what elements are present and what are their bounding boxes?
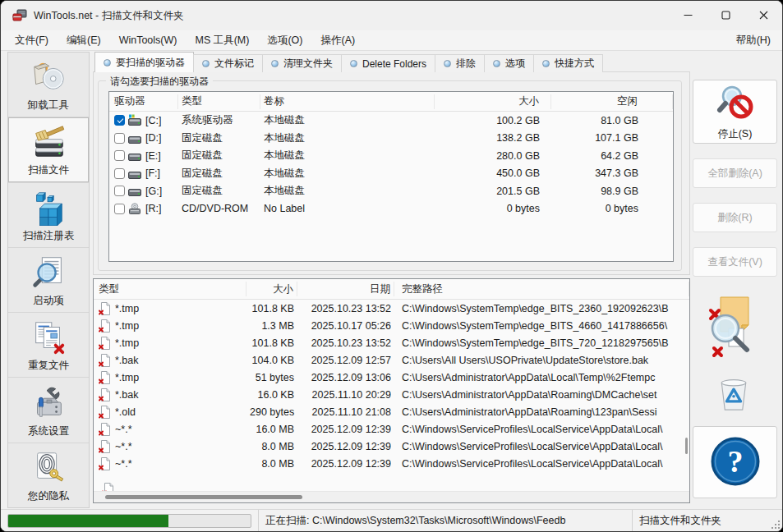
- column-header-filetype[interactable]: 类型: [94, 282, 246, 296]
- drive-row[interactable]: [G:] 固定磁盘 本地磁盘 201.5 GB 98.9 GB: [109, 182, 673, 200]
- column-header-type[interactable]: 类型: [178, 94, 260, 109]
- drive-row[interactable]: [F:] 固定磁盘 本地磁盘 450.0 GB 347.3 GB: [109, 165, 673, 183]
- menu-item[interactable]: MS 工具(M): [186, 31, 258, 50]
- drive-checkbox[interactable]: [114, 168, 125, 179]
- column-header-date[interactable]: 日期: [297, 282, 394, 296]
- column-header-size[interactable]: 大小: [435, 94, 551, 109]
- close-button[interactable]: [744, 1, 782, 30]
- column-header-volume[interactable]: 卷标: [260, 94, 435, 109]
- sidebar-item[interactable]: 扫描文件: [8, 117, 89, 182]
- tab-label: 文件标记: [214, 57, 254, 71]
- sidebar-item[interactable]: 卸载工具: [8, 53, 89, 117]
- sidebar-item[interactable]: 系统设置: [8, 378, 89, 443]
- vertical-scrollbar[interactable]: [685, 438, 688, 454]
- system-drive-icon: [128, 114, 142, 126]
- result-row[interactable]: *.tmp 51 bytes 2025.12.09 13:06 C:\Users…: [94, 369, 689, 386]
- result-row[interactable]: ~*.* 16.0 MB 2025.12.09 12:39 C:\Windows…: [94, 420, 689, 438]
- result-row[interactable]: *.bak 104.0 KB 2025.12.09 12:57 C:\Users…: [94, 351, 689, 369]
- drive-free: 0 bytes: [551, 203, 673, 214]
- file-path: C:\Windows\SystemTemp\edge_BITS_4660_141…: [394, 320, 689, 332]
- column-header-filesize[interactable]: 大小: [246, 282, 297, 296]
- stop-button[interactable]: 停止(S): [693, 80, 777, 144]
- horizontal-scrollbar[interactable]: [94, 491, 689, 502]
- deleted-file-icon: [99, 423, 110, 436]
- sidebar-item[interactable]: 重复文件: [8, 313, 89, 378]
- drive-checkbox[interactable]: [114, 150, 125, 161]
- resize-grip[interactable]: [771, 521, 780, 529]
- column-header-drive[interactable]: 驱动器: [109, 94, 178, 109]
- scan-progress-bar: [7, 514, 251, 528]
- tab-label: 排除: [456, 57, 476, 71]
- result-row[interactable]: ~*.* 8.0 MB 2025.12.09 12:39 C:\Windows\…: [94, 438, 689, 455]
- menu-item[interactable]: WinTools(W): [110, 32, 187, 48]
- drive-list: 驱动器 类型 卷标 大小 空闲 [C:]: [108, 91, 674, 262]
- drive-row[interactable]: [D:] 固定磁盘 本地磁盘 138.2 GB 107.1 GB: [109, 130, 673, 148]
- minimize-button[interactable]: [669, 1, 707, 30]
- deleted-file-icon: [99, 371, 110, 384]
- result-row[interactable]: ~*.* 8.0 MB 2025.12.09 12:39 C:\Windows\…: [94, 455, 689, 472]
- drive-row[interactable]: [R:] CD/DVD-ROM No Label 0 bytes 0 bytes: [109, 200, 673, 218]
- tab[interactable]: 排除: [435, 54, 485, 72]
- scan-registry-icon: [29, 187, 68, 227]
- file-pattern: ~*.*: [115, 458, 132, 470]
- menu-item[interactable]: 操作(A): [312, 31, 365, 50]
- drive-volume-label: 本地磁盘: [260, 113, 435, 127]
- sidebar-item[interactable]: 扫描注册表: [8, 183, 89, 248]
- result-row[interactable]: *.bak 16.0 KB 2025.11.10 20:29 C:\Users\…: [94, 386, 689, 403]
- result-row[interactable]: *.tmp 1.3 MB 2025.10.17 05:26 C:\Windows…: [94, 317, 689, 334]
- drive-checkbox[interactable]: [114, 204, 125, 214]
- result-row[interactable]: *.old 290 bytes 2025.11.10 21:08 C:\User…: [94, 403, 689, 420]
- file-path: C:\Windows\ServiceProfiles\LocalService\…: [394, 458, 689, 470]
- file-size: 101.8 KB: [246, 337, 297, 349]
- column-header-fullpath[interactable]: 完整路径: [394, 282, 689, 296]
- tab[interactable]: 快捷方式: [533, 54, 603, 72]
- drive-letter: [C:]: [145, 115, 161, 126]
- tab-label: 要扫描的驱动器: [116, 56, 185, 70]
- drive-row[interactable]: [C:] 系统驱动器 本地磁盘 100.2 GB 81.0 GB: [109, 112, 673, 130]
- tab[interactable]: 文件标记: [193, 54, 263, 72]
- horizontal-scrollbar-thumb[interactable]: [105, 495, 302, 499]
- result-rows: *.tmp 101.8 KB 2025.10.23 13:52 C:\Windo…: [94, 300, 689, 472]
- drive-free: 347.3 GB: [551, 167, 673, 179]
- drive-checkbox[interactable]: [114, 186, 125, 196]
- tab[interactable]: 选项: [484, 54, 534, 72]
- tab[interactable]: 清理文件夹: [262, 54, 342, 72]
- tab-circle-icon: [271, 60, 279, 67]
- tab-circle-icon: [202, 60, 210, 67]
- result-row[interactable]: *.tmp 101.8 KB 2025.10.23 13:52 C:\Windo…: [94, 300, 689, 317]
- drive-size: 280.0 GB: [435, 150, 551, 162]
- menu-item-help[interactable]: 帮助(H): [726, 31, 781, 50]
- file-date: 2025.11.10 21:08: [297, 406, 394, 418]
- drive-size: 100.2 GB: [435, 115, 551, 126]
- drive-list-header: 驱动器 类型 卷标 大小 空闲: [109, 92, 673, 112]
- scan-tab-area: 要扫描的驱动器 文件标记 清理文件夹 Delete Folders 排除 选项: [93, 52, 690, 275]
- view-files-button[interactable]: 查看文件(V): [693, 247, 777, 277]
- maximize-button[interactable]: [707, 1, 744, 30]
- sidebar-item[interactable]: 您的隐私: [8, 443, 89, 507]
- delete-button[interactable]: 删除(R): [693, 203, 777, 232]
- drive-free: 64.2 GB: [551, 150, 673, 162]
- drive-size: 201.5 GB: [435, 186, 551, 197]
- tab[interactable]: 要扫描的驱动器: [94, 52, 194, 72]
- privacy-icon: [29, 447, 68, 487]
- help-button[interactable]: ?: [693, 426, 777, 498]
- sidebar-item[interactable]: 启动项: [8, 248, 89, 313]
- delete-all-button[interactable]: 全部删除(A): [693, 158, 777, 188]
- column-header-free[interactable]: 空闲: [551, 94, 673, 109]
- drive-type: 固定磁盘: [178, 167, 260, 181]
- result-row[interactable]: *.tmp 101.8 KB 2025.10.23 13:52 C:\Windo…: [94, 334, 689, 351]
- action-panel: 停止(S) 全部删除(A) 删除(R) 查看文件(V) ?: [693, 52, 777, 508]
- sidebar-item-label: 您的隐私: [28, 489, 69, 503]
- drive-groupbox: 请勾选要扫描的驱动器 驱动器 类型 卷标 大小 空闲: [98, 80, 682, 271]
- drive-checkbox[interactable]: [114, 115, 125, 126]
- menu-item[interactable]: 文件(F): [6, 31, 58, 50]
- drive-row[interactable]: [E:] 固定磁盘 本地磁盘 280.0 GB 64.2 GB: [109, 147, 673, 165]
- deleted-file-icon: [99, 406, 110, 419]
- tab[interactable]: Delete Folders: [341, 54, 435, 72]
- recycle-bin-icon: [712, 374, 755, 416]
- drive-checkbox[interactable]: [114, 133, 125, 144]
- toolbox-app-icon: [12, 9, 27, 22]
- menu-item[interactable]: 编辑(E): [58, 31, 110, 50]
- file-size: 8.0 MB: [246, 441, 297, 452]
- menu-item[interactable]: 选项(O): [258, 31, 311, 50]
